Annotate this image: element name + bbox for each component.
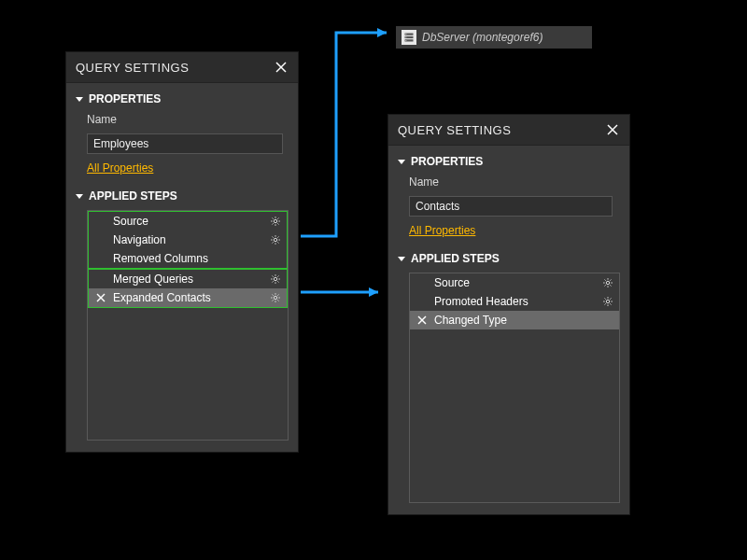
step-label: Merged Queries [113,273,193,286]
svg-line-13 [273,218,274,219]
caret-down-icon [398,257,405,261]
query-settings-panel-left: QUERY SETTINGS PROPERTIES Name All Prope… [65,51,299,453]
svg-point-37 [274,296,276,299]
all-properties-link[interactable]: All Properties [409,224,475,237]
svg-line-16 [273,223,274,224]
svg-point-48 [606,281,609,284]
svg-point-57 [606,300,609,302]
caret-down-icon [76,194,83,199]
svg-rect-3 [405,34,406,35]
svg-line-25 [273,242,274,243]
step-label: Removed Columns [113,252,208,265]
name-field-label: Name [87,113,289,126]
svg-line-45 [273,300,274,301]
db-server-label: DbServer (montegoref6) [422,31,543,44]
gear-icon[interactable] [270,216,281,227]
step-navigation[interactable]: Navigation [88,231,288,249]
svg-line-53 [605,280,606,281]
step-source[interactable]: Source [410,273,619,292]
gear-icon[interactable] [270,234,281,245]
panel-title: QUERY SETTINGS [398,123,511,137]
svg-line-23 [277,242,278,243]
step-label: Changed Type [434,314,507,327]
close-button[interactable] [605,122,620,137]
step-label: Expanded Contacts [113,291,211,304]
applied-steps-list: Source Promoted Headers Changed Type [409,273,620,503]
step-removed-columns[interactable]: Removed Columns [88,249,288,269]
svg-line-22 [273,237,274,238]
step-merged-queries[interactable]: Merged Queries [88,269,288,288]
applied-steps-header-label: APPLIED STEPS [89,189,177,203]
svg-line-33 [277,276,278,277]
svg-line-31 [273,276,274,277]
properties-section-header[interactable]: PROPERTIES [76,92,289,105]
close-button[interactable] [274,60,289,75]
svg-line-55 [610,280,611,281]
delete-step-icon[interactable] [416,315,429,325]
applied-steps-header-label: APPLIED STEPS [411,252,500,265]
svg-rect-5 [405,40,406,41]
svg-line-32 [277,281,278,282]
svg-rect-4 [405,37,406,38]
delete-step-icon[interactable] [94,293,107,302]
all-properties-link[interactable]: All Properties [87,161,153,175]
svg-point-8 [274,219,276,222]
applied-steps-section-header[interactable]: APPLIED STEPS [76,189,289,203]
db-server-node[interactable]: DbServer (montegoref6) [396,26,592,49]
svg-line-43 [277,300,278,301]
step-promoted-headers[interactable]: Promoted Headers [410,292,619,311]
step-source[interactable]: Source [88,211,288,231]
svg-point-26 [274,277,276,280]
applied-steps-section-header[interactable]: APPLIED STEPS [398,252,620,265]
svg-line-34 [273,281,274,282]
panel-title: QUERY SETTINGS [76,61,189,75]
step-expanded-contacts[interactable]: Expanded Contacts [88,288,288,308]
gear-icon[interactable] [270,273,281,285]
gear-icon[interactable] [270,292,281,303]
step-label: Source [113,215,148,228]
svg-line-15 [277,218,278,219]
svg-point-17 [274,238,276,241]
name-input[interactable] [87,133,283,154]
caret-down-icon [398,160,405,164]
name-input[interactable] [409,196,613,217]
properties-header-label: PROPERTIES [411,155,483,168]
applied-steps-list: Source Navigation Removed Columns Merged… [87,210,289,441]
svg-line-62 [605,299,606,300]
svg-line-24 [277,237,278,238]
query-settings-panel-right: QUERY SETTINGS PROPERTIES Name All Prope… [388,114,630,515]
step-label: Promoted Headers [434,295,529,308]
properties-header-label: PROPERTIES [89,92,161,105]
database-icon [402,30,416,45]
svg-line-65 [605,303,606,304]
svg-line-44 [277,295,278,296]
properties-section-header[interactable]: PROPERTIES [398,155,620,168]
name-field-label: Name [409,175,620,189]
gear-icon[interactable] [602,277,613,288]
step-label: Source [434,276,470,289]
svg-line-42 [273,295,274,296]
svg-marker-68 [377,28,387,37]
svg-line-64 [610,299,611,300]
svg-line-63 [610,303,611,304]
svg-line-56 [605,285,606,286]
caret-down-icon [76,97,83,102]
step-label: Navigation [113,233,166,246]
gear-icon[interactable] [602,296,613,307]
step-changed-type[interactable]: Changed Type [410,311,619,329]
svg-line-14 [277,223,278,224]
svg-line-54 [610,285,611,286]
svg-marker-70 [369,287,378,297]
panel-titlebar: QUERY SETTINGS [388,115,629,146]
panel-titlebar: QUERY SETTINGS [66,52,298,83]
